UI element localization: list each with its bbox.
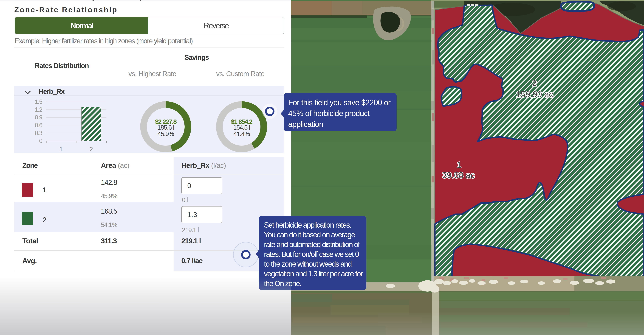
svg-text:0.3: 0.3 <box>35 130 42 136</box>
svg-text:154.5 l: 154.5 l <box>233 124 250 131</box>
svg-text:0: 0 <box>39 138 42 144</box>
svg-text:0.6: 0.6 <box>35 122 42 128</box>
svg-text:0.9: 0.9 <box>35 114 42 121</box>
svg-text:1: 1 <box>457 160 462 169</box>
svg-text:1.5: 1.5 <box>35 98 42 105</box>
svg-text:159.90 ac: 159.90 ac <box>516 89 553 99</box>
svg-text:1.2: 1.2 <box>35 106 42 113</box>
svg-text:2: 2 <box>532 79 537 88</box>
svg-text:2: 2 <box>90 146 93 153</box>
svg-text:185.6 l: 185.6 l <box>158 124 174 131</box>
svg-text:39.68 ac: 39.68 ac <box>442 170 475 180</box>
svg-text:41.4%: 41.4% <box>234 130 250 137</box>
svg-text:1: 1 <box>59 146 63 153</box>
svg-text:45.9%: 45.9% <box>158 130 174 137</box>
